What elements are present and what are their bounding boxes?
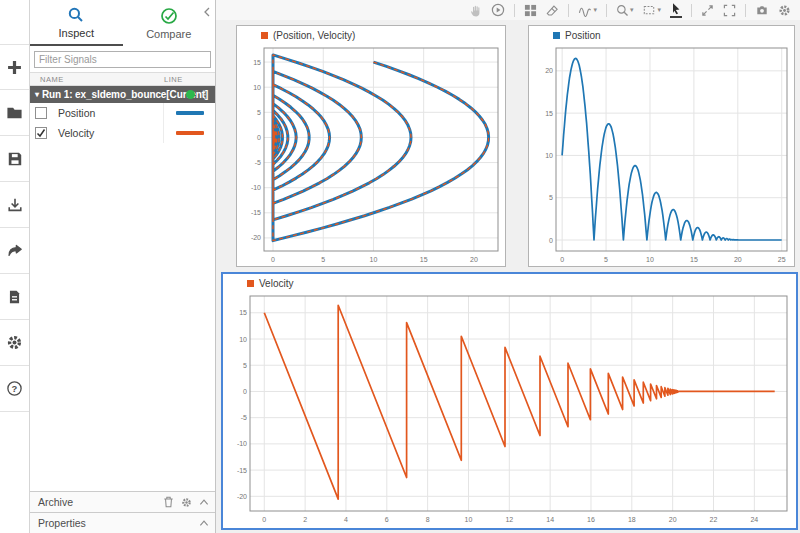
pan-hand-button[interactable] — [469, 4, 482, 17]
svg-text:-15: -15 — [237, 467, 247, 474]
svg-text:0: 0 — [549, 237, 553, 244]
plot-settings-button[interactable] — [778, 4, 791, 17]
export-button[interactable] — [0, 228, 29, 274]
run-group-header[interactable]: ▾ Run 1: ex_sldemo_bounce[Current] ⋮ — [30, 86, 215, 103]
svg-text:10: 10 — [646, 256, 654, 263]
gear-icon[interactable] — [181, 497, 192, 508]
svg-text:20: 20 — [545, 67, 553, 74]
svg-text:10: 10 — [253, 84, 261, 91]
hand-icon — [469, 4, 482, 17]
velocity-plot-chart[interactable]: 024681012141618202224-20-15-10-5051015 — [223, 292, 794, 526]
add-button[interactable] — [0, 44, 29, 90]
position-plot-chart[interactable]: 051015202505101520 — [529, 44, 794, 266]
filter-signals-input[interactable] — [34, 51, 211, 68]
position-checkbox[interactable] — [35, 107, 47, 119]
run-expand-caret[interactable]: ▾ — [35, 90, 39, 99]
collapse-panel-button[interactable] — [203, 3, 211, 21]
svg-text:0: 0 — [271, 256, 275, 263]
signal-row-position[interactable]: Position — [30, 103, 215, 123]
phase-plot-chart[interactable]: 05101520-20-15-10-5051015 — [237, 44, 505, 266]
run-menu-button[interactable]: ⋮ — [200, 89, 210, 100]
velocity-plot-panel-selected[interactable]: Velocity 024681012141618202224-20-15-10-… — [221, 272, 798, 530]
run-label: Run 1: ex_sldemo_bounce[Current] — [42, 89, 208, 100]
svg-text:10: 10 — [239, 336, 247, 343]
svg-text:18: 18 — [628, 516, 636, 523]
svg-text:0: 0 — [257, 134, 261, 141]
svg-text:-5: -5 — [241, 414, 247, 421]
tab-inspect[interactable]: Inspect — [30, 0, 123, 46]
legend-swatch — [553, 32, 560, 39]
import-icon — [7, 197, 23, 213]
report-button[interactable] — [0, 274, 29, 320]
chevron-down-icon: ▾ — [593, 6, 597, 14]
signal-display-button[interactable]: ▾ — [578, 4, 597, 17]
column-header-name: NAME — [40, 75, 64, 84]
chevron-up-icon[interactable] — [199, 519, 209, 527]
trash-icon[interactable] — [163, 496, 174, 508]
signal-browser-panel: Inspect Compare NAME LINE ▾ Run 1: ex_sl… — [30, 0, 216, 533]
svg-text:15: 15 — [545, 110, 553, 117]
tab-compare-label: Compare — [146, 28, 191, 40]
settings-button[interactable] — [0, 320, 29, 366]
svg-text:24: 24 — [750, 516, 758, 523]
clear-plots-button[interactable] — [546, 4, 559, 17]
grid-layout-icon — [524, 4, 537, 17]
properties-label: Properties — [38, 517, 199, 529]
position-plot-legend: Position — [529, 26, 794, 44]
open-button[interactable] — [0, 90, 29, 136]
chevron-up-icon[interactable] — [199, 498, 209, 506]
svg-text:5: 5 — [257, 109, 261, 116]
layout-button[interactable] — [524, 4, 537, 17]
svg-text:4: 4 — [344, 516, 348, 523]
velocity-checkbox[interactable] — [35, 127, 47, 139]
legend-label: Position — [565, 30, 601, 41]
archive-section-header[interactable]: Archive — [30, 491, 215, 512]
svg-text:10: 10 — [370, 256, 378, 263]
svg-text:2: 2 — [303, 516, 307, 523]
tool-strip: ? — [0, 0, 30, 533]
chevron-down-icon: ▾ — [630, 6, 634, 14]
svg-text:14: 14 — [546, 516, 554, 523]
svg-text:-20: -20 — [251, 234, 261, 241]
magnifier-icon — [616, 4, 629, 17]
chevron-down-icon: ▾ — [657, 6, 661, 14]
save-button[interactable] — [0, 136, 29, 182]
help-button[interactable]: ? — [0, 366, 29, 412]
position-plot-panel[interactable]: Position 051015202505101520 — [528, 25, 795, 267]
zoom-box-button[interactable]: ▾ — [642, 4, 661, 16]
properties-section-header[interactable]: Properties — [30, 512, 215, 533]
svg-text:10: 10 — [545, 152, 553, 159]
svg-text:?: ? — [12, 383, 18, 394]
expand-view-button[interactable] — [701, 4, 714, 17]
signal-row-velocity[interactable]: Velocity — [30, 123, 215, 143]
chevron-left-icon — [203, 7, 211, 17]
tab-compare[interactable]: Compare — [123, 0, 216, 46]
zoom-button[interactable]: ▾ — [616, 4, 634, 17]
document-icon — [7, 289, 22, 305]
svg-text:22: 22 — [710, 516, 718, 523]
plot-area: ▾ ▾ ▾ — [216, 0, 800, 533]
svg-text:10: 10 — [465, 516, 473, 523]
legend-swatch — [247, 280, 254, 287]
legend-label: Velocity — [259, 278, 293, 289]
snapshot-button[interactable] — [755, 4, 769, 16]
legend-label: (Position, Velocity) — [273, 30, 355, 41]
svg-text:15: 15 — [253, 59, 261, 66]
archive-label: Archive — [38, 496, 163, 508]
import-button[interactable] — [0, 182, 29, 228]
svg-text:6: 6 — [385, 516, 389, 523]
signal-wave-icon — [578, 4, 592, 17]
svg-text:8: 8 — [426, 516, 430, 523]
svg-text:20: 20 — [734, 256, 742, 263]
gear-icon — [6, 334, 23, 351]
velocity-line-swatch — [176, 131, 204, 135]
fit-to-view-button[interactable] — [723, 4, 736, 17]
select-cursor-button[interactable] — [670, 2, 682, 18]
plus-icon — [6, 59, 23, 76]
play-circle-icon — [491, 3, 505, 17]
replay-button[interactable] — [491, 3, 505, 17]
phase-plot-panel[interactable]: (Position, Velocity) 05101520-20-15-10-5… — [236, 25, 506, 267]
save-icon — [7, 151, 23, 167]
signal-table-header: NAME LINE — [30, 72, 215, 86]
svg-text:20: 20 — [669, 516, 677, 523]
